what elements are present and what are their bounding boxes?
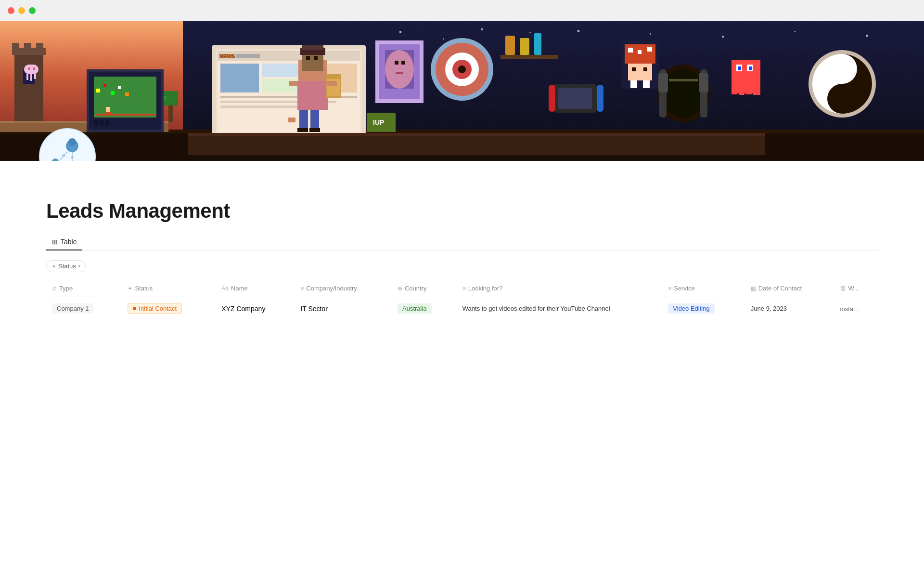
svg-text:NEWS: NEWS [219, 53, 235, 59]
svg-rect-102 [658, 73, 668, 92]
svg-rect-56 [297, 81, 328, 110]
svg-rect-106 [732, 60, 760, 77]
svg-point-117 [837, 64, 847, 74]
svg-rect-125 [443, 38, 444, 39]
svg-rect-8 [36, 43, 43, 50]
svg-rect-55 [314, 56, 318, 60]
extra-value: insta... [840, 305, 859, 313]
svg-rect-104 [669, 79, 698, 81]
col-country: ⊕ Country [392, 280, 457, 297]
col-type: ⊙ Type [46, 280, 122, 297]
content-area: Leads Management ⊞ Table ✦ Status ▾ ⊙ Ty… [0, 161, 924, 340]
svg-rect-18 [168, 103, 173, 122]
svg-rect-65 [309, 128, 320, 132]
col-looking-for: ≡ Looking for? [457, 280, 663, 297]
cell-country: Australia [392, 297, 457, 320]
svg-rect-28 [125, 92, 129, 96]
svg-rect-15 [33, 67, 35, 70]
leads-table: ⊙ Type ✦ Status Aa Name [46, 280, 878, 320]
cell-name: XYZ Company [216, 297, 295, 320]
svg-rect-23 [94, 77, 156, 118]
svg-rect-111 [732, 90, 737, 94]
svg-rect-73 [401, 61, 405, 65]
minimize-button[interactable] [18, 7, 25, 14]
status-filter[interactable]: ✦ Status ▾ [46, 260, 86, 272]
svg-rect-83 [500, 55, 558, 59]
status-label: Initial Contact [139, 305, 177, 312]
sparkle-icon: ✦ [128, 285, 132, 292]
table-row[interactable]: Company 1 Initial Contact XYZ Company IT… [46, 297, 878, 320]
type-badge: Company 1 [52, 303, 93, 314]
svg-rect-95 [643, 67, 647, 71]
svg-rect-113 [746, 90, 752, 94]
svg-point-118 [837, 94, 847, 104]
link-icon: ⛓ [840, 285, 846, 292]
svg-rect-128 [578, 30, 579, 32]
chevron-down-icon: ▾ [78, 263, 80, 269]
svg-rect-74 [396, 72, 403, 74]
svg-rect-7 [24, 43, 31, 50]
tab-table[interactable]: ⊞ Table [46, 234, 82, 250]
maximize-button[interactable] [29, 7, 36, 14]
col-extra: ⛓ W... [834, 280, 878, 297]
svg-rect-97 [643, 80, 650, 88]
col-status: ✦ Status [122, 280, 216, 297]
svg-rect-64 [297, 128, 308, 132]
svg-rect-120 [188, 133, 765, 136]
svg-rect-85 [558, 88, 592, 109]
svg-rect-127 [529, 32, 531, 33]
svg-rect-124 [399, 31, 401, 33]
svg-rect-41 [220, 64, 259, 92]
status-dot [133, 307, 136, 310]
svg-rect-92 [647, 47, 652, 52]
svg-rect-126 [481, 28, 483, 30]
svg-rect-10 [24, 65, 38, 74]
svg-rect-112 [739, 92, 744, 95]
svg-rect-42 [262, 64, 300, 77]
cell-type: Company 1 [46, 297, 122, 320]
svg-rect-24 [96, 89, 100, 92]
svg-rect-6 [12, 43, 19, 50]
svg-rect-130 [722, 36, 724, 38]
col-name: Aa Name [216, 280, 295, 297]
list-icon-company: ≡ [300, 285, 304, 292]
cell-service: Video Editing [662, 297, 745, 320]
table-header-row: ⊙ Type ✦ Status Aa Name [46, 280, 878, 297]
svg-rect-86 [549, 85, 555, 112]
service-badge: Video Editing [668, 303, 714, 314]
svg-rect-40 [236, 54, 260, 58]
filter-label: Status [58, 263, 76, 270]
filter-sparkle-icon: ✦ [51, 263, 56, 270]
svg-rect-62 [299, 110, 308, 129]
col-company: ≡ Company/Industry [295, 280, 392, 297]
svg-rect-87 [597, 85, 603, 112]
svg-rect-33 [100, 120, 103, 126]
cell-date: June 9, 2023 [745, 297, 834, 320]
svg-point-136 [68, 138, 76, 146]
svg-rect-25 [103, 84, 106, 87]
hero-banner: IUP NEWS [0, 21, 924, 161]
filter-bar: ✦ Status ▾ [46, 260, 878, 272]
cell-extra: insta... [834, 297, 878, 320]
close-button[interactable] [8, 7, 14, 14]
page-title: Leads Management [46, 199, 878, 223]
svg-rect-72 [395, 61, 398, 65]
titlebar [0, 0, 924, 21]
svg-rect-61 [288, 118, 295, 122]
svg-rect-32 [94, 120, 98, 126]
hero-image: IUP NEWS [0, 21, 924, 161]
svg-rect-14 [28, 67, 30, 70]
svg-point-79 [458, 66, 466, 73]
svg-rect-129 [650, 33, 651, 35]
svg-rect-131 [794, 31, 796, 32]
svg-rect-12 [30, 74, 32, 81]
svg-rect-27 [118, 86, 121, 89]
col-service: ≡ Service [662, 280, 745, 297]
svg-rect-81 [520, 38, 529, 55]
clock-icon: ⊙ [52, 285, 57, 292]
svg-rect-90 [628, 48, 633, 53]
svg-rect-94 [632, 67, 636, 71]
svg-rect-80 [505, 36, 515, 55]
svg-rect-29 [95, 114, 155, 116]
svg-point-71 [385, 50, 414, 89]
